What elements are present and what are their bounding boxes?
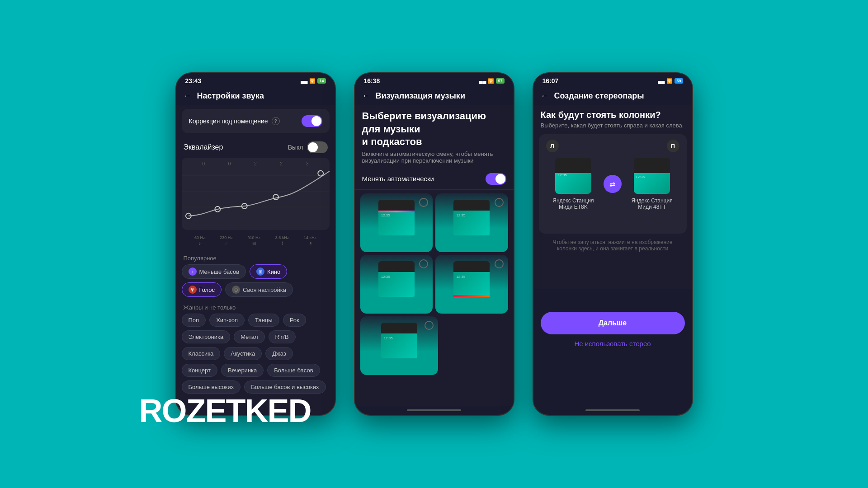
phone3-top: 16:07 ▄▄ 🛜 59 ← Создание стереопары Как … xyxy=(533,73,692,257)
home-bar-3 xyxy=(585,409,640,411)
chip-icon-less-bass: ♪ xyxy=(189,267,197,276)
popular-chips: ♪ Меньше басов ⊞ Кино 🎙 Голос ⊙ Своя нас… xyxy=(176,264,335,300)
station-left[interactable]: 12:35 Яндекс СтанцияМиди ET8K xyxy=(552,158,594,210)
home-indicator-3 xyxy=(533,406,692,415)
viz-item-2[interactable]: 12:35 xyxy=(435,193,508,252)
eq-graph: 0 0 2 2 3 xyxy=(182,158,330,230)
chip-hiphop[interactable]: Хип-хоп xyxy=(209,314,245,327)
genres-section: Жанры и не только Поп Хип-хоп Танцы Рок … xyxy=(176,300,335,397)
chip-custom[interactable]: ⊙ Своя настройка xyxy=(225,282,293,297)
back-button-1[interactable]: ← xyxy=(184,91,192,101)
phone-visualization: 16:38 ▄▄ 🛜 57 ← Визуализация музыки Выбе… xyxy=(354,72,514,416)
next-button[interactable]: Дальше xyxy=(541,312,685,334)
viz-item-3[interactable]: 12:35 xyxy=(360,255,433,314)
stereo-subtitle: Выберите, какая будет стоять справа и ка… xyxy=(533,122,692,134)
chip-acoustic[interactable]: Акустика xyxy=(224,347,262,360)
eq-toggle[interactable] xyxy=(307,141,328,153)
eq-title: Эквалайзер xyxy=(184,143,223,151)
eq-off-label: Выкл xyxy=(288,144,303,151)
svg-point-5 xyxy=(241,203,247,209)
viz-item-4[interactable]: 12:35 xyxy=(435,255,508,314)
chip-electronic[interactable]: Электроника xyxy=(182,330,231,343)
app-bar-3: ← Создание стереопары xyxy=(533,87,692,105)
chip-party[interactable]: Вечеринка xyxy=(221,364,264,377)
chip-concert[interactable]: Концерт xyxy=(182,364,217,377)
stereo-label-right: П xyxy=(667,140,679,152)
station-left-img: 12:35 xyxy=(555,158,591,194)
guitar-icon: ⟋ xyxy=(224,241,228,246)
chip-icon-cinema: ⊞ xyxy=(256,267,264,276)
status-icons-1: ▄▄ 🛜 14 xyxy=(301,78,326,84)
chip-pop[interactable]: Поп xyxy=(182,314,206,327)
chip-more-both[interactable]: Больше басов и высоких xyxy=(244,380,326,394)
upper-mid-icon: ⌇ xyxy=(281,241,283,246)
status-bar-3: 16:07 ▄▄ 🛜 59 xyxy=(533,73,692,87)
bass-icon: ♪ xyxy=(198,241,201,246)
app-title-2: Визуализация музыки xyxy=(376,91,465,101)
viz-grid: 12:35 12:35 12:35 xyxy=(355,193,514,314)
correction-toggle[interactable] xyxy=(302,115,322,127)
swap-icon[interactable]: ⇄ xyxy=(604,175,622,193)
watermark-text: ROZETKED xyxy=(139,393,311,429)
watermark: ROZETKED xyxy=(139,392,311,429)
stereo-question: Как будут стоять колонки? xyxy=(533,105,692,122)
wifi-icon-1: 🛜 xyxy=(309,78,316,84)
phone-stereo: 16:07 ▄▄ 🛜 59 ← Создание стереопары Как … xyxy=(533,72,693,416)
station-right-name: Яндекс СтанцияМиди 48TT xyxy=(632,197,673,210)
status-icons-3: ▄▄ 🛜 59 xyxy=(658,78,683,84)
back-button-3[interactable]: ← xyxy=(541,91,549,101)
status-time-2: 16:38 xyxy=(364,77,380,84)
svg-point-6 xyxy=(273,194,278,200)
skip-stereo-button[interactable]: Не использовать стерео xyxy=(541,340,685,347)
wifi-icon-2: 🛜 xyxy=(488,78,494,84)
station-right[interactable]: 12:35 Яндекс СтанцияМиди 48TT xyxy=(632,158,673,210)
auto-change-label: Менять автоматически xyxy=(362,175,434,183)
correction-row: Коррекция под помещение ? xyxy=(182,109,330,133)
viz-radio-4 xyxy=(495,259,504,268)
svg-point-7 xyxy=(318,171,323,176)
viz-radio-5 xyxy=(425,321,434,330)
chip-cinema[interactable]: ⊞ Кино xyxy=(250,264,287,279)
stereo-label-left: Л xyxy=(546,140,559,152)
back-button-2[interactable]: ← xyxy=(362,91,370,101)
equalizer-section: Эквалайзер Выкл 0 0 2 2 3 xyxy=(176,137,335,251)
wifi-icon-3: 🛜 xyxy=(666,78,673,84)
stereo-buttons: Дальше Не использовать стерео xyxy=(533,306,692,357)
viz-item-1[interactable]: 12:35 xyxy=(360,193,433,252)
viz-radio-1 xyxy=(419,198,428,207)
viz-main-title: Выберите визуализацию для музыкии подкас… xyxy=(355,105,514,150)
correction-label: Коррекция под помещение xyxy=(189,117,268,125)
chip-voice[interactable]: 🎙 Голос xyxy=(182,282,222,297)
viz-item-5[interactable]: 12:35 xyxy=(360,316,439,375)
phones-container: ROZETKED 23:43 ▄▄ 🛜 14 ← Настройки звука… xyxy=(175,72,693,416)
svg-point-4 xyxy=(215,206,220,212)
auto-change-toggle[interactable] xyxy=(486,173,506,185)
chip-metal[interactable]: Метал xyxy=(234,330,264,343)
app-bar-1: ← Настройки звука xyxy=(176,87,335,105)
status-bar-2: 16:38 ▄▄ 🛜 57 xyxy=(355,73,514,87)
phone-sound-settings: 23:43 ▄▄ 🛜 14 ← Настройки звука Коррекци… xyxy=(175,72,336,416)
phone1-screen: Коррекция под помещение ? Эквалайзер Вык… xyxy=(176,105,335,415)
treble-icon: ⚷ xyxy=(309,241,312,246)
chip-rock[interactable]: Рок xyxy=(283,314,306,327)
genres-label: Жанры и не только xyxy=(176,300,335,314)
battery-badge-1: 14 xyxy=(317,78,326,84)
chip-jazz[interactable]: Джаз xyxy=(265,347,293,360)
genres-chips: Поп Хип-хоп Танцы Рок Электроника Метал … xyxy=(176,314,335,397)
chip-more-treble[interactable]: Больше высоких xyxy=(182,380,241,394)
app-bar-2: ← Визуализация музыки xyxy=(355,87,514,105)
svg-point-3 xyxy=(185,213,191,219)
chip-more-bass[interactable]: Больше басов xyxy=(267,364,320,377)
app-title-3: Создание стереопары xyxy=(554,91,644,101)
phone2-screen: Выберите визуализацию для музыкии подкас… xyxy=(355,105,514,406)
help-icon[interactable]: ? xyxy=(272,117,280,125)
chip-classical[interactable]: Классика xyxy=(182,347,221,360)
chip-dance[interactable]: Танцы xyxy=(248,314,279,327)
chip-less-bass[interactable]: ♪ Меньше басов xyxy=(182,264,246,279)
phone3-screen: Как будут стоять колонки? Выберите, кака… xyxy=(533,105,692,289)
signal-icon-1: ▄▄ xyxy=(301,78,308,84)
chip-rnb[interactable]: R'n'B xyxy=(269,330,296,343)
stereo-display: Л П 12:35 Яндекс СтанцияМиди ET8K ⇄ xyxy=(539,134,687,234)
signal-icon-3: ▄▄ xyxy=(658,78,665,84)
battery-badge-3: 59 xyxy=(675,78,683,84)
